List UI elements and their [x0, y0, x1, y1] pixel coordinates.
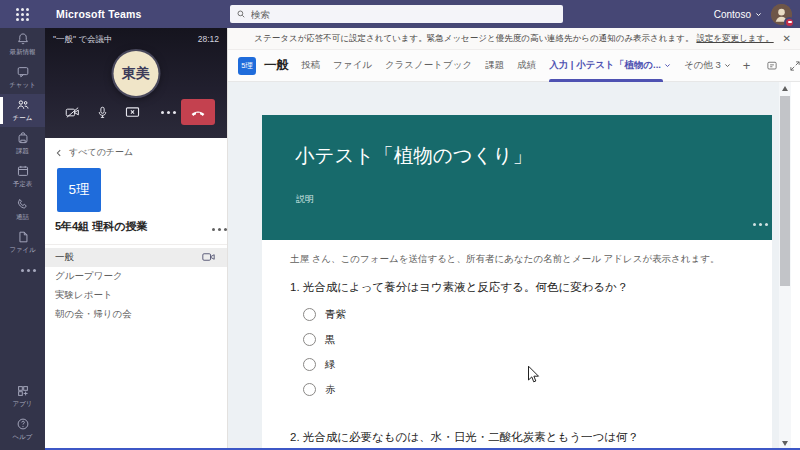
radio-option[interactable]: 黒 — [303, 327, 346, 352]
add-tab-button[interactable]: + — [743, 58, 751, 73]
radio-option[interactable]: 緑 — [303, 352, 346, 377]
chevron-down-icon — [664, 62, 671, 69]
search-icon — [236, 9, 246, 19]
channel-item-morning-meeting[interactable]: 朝の会・帰りの会 — [45, 305, 227, 324]
change-settings-link[interactable]: 設定を変更します。 — [696, 33, 773, 45]
channel-label: 朝の会・帰りの会 — [55, 308, 132, 321]
app-title: Microsoft Teams — [56, 8, 142, 20]
screenshare-button[interactable] — [117, 99, 147, 125]
camera-toggle-button[interactable] — [57, 99, 87, 125]
sidebar-item-files[interactable]: ファイル — [0, 226, 45, 259]
rail-label: ヘルプ — [13, 433, 33, 442]
option-label: 緑 — [325, 358, 336, 372]
camera-off-icon — [65, 106, 80, 119]
mic-toggle-button[interactable] — [87, 99, 117, 125]
more-icon — [161, 111, 164, 114]
sidebar-item-teams[interactable]: チーム — [0, 94, 45, 127]
assignments-icon — [16, 131, 30, 145]
tenant-switcher[interactable]: Contoso — [714, 9, 762, 20]
radio-icon[interactable] — [303, 333, 316, 346]
header-icons — [766, 60, 800, 72]
teams-icon — [16, 98, 30, 112]
open-conversation-icon — [766, 60, 778, 72]
channel-item-groupwork[interactable]: グループワーク — [45, 267, 227, 286]
mic-icon — [95, 106, 110, 119]
sidebar-item-activity[interactable]: 最新情報 — [0, 28, 45, 61]
tab-class-notebook[interactable]: クラスノートブック — [385, 59, 472, 72]
search-box[interactable] — [230, 5, 563, 23]
app-rail: 最新情報 チャット チーム 課題 予定表 通話 ファイル — [0, 28, 45, 450]
call-meeting-label: "一般" で会議中 — [53, 34, 113, 46]
form-card-more-button[interactable] — [753, 212, 756, 230]
dnd-status-badge — [784, 17, 795, 28]
tab-grades[interactable]: 成績 — [517, 59, 536, 72]
question-1-text: 1. 光合成によって養分はヨウ素液と反応する。何色に変わるか？ — [290, 280, 629, 295]
bell-icon — [16, 32, 30, 46]
call-participant-avatar: 東美 — [114, 51, 159, 96]
sidebar-item-calendar[interactable]: 予定表 — [0, 160, 45, 193]
chevron-down-icon — [724, 62, 731, 69]
sidebar-item-help[interactable]: ヘルプ — [0, 413, 45, 446]
rail-label: チャット — [9, 81, 36, 90]
channel-team-badge[interactable]: 5理 — [238, 57, 256, 75]
channel-label: 実験レポート — [55, 289, 113, 302]
radio-icon[interactable] — [303, 383, 316, 396]
scrollbar-thumb[interactable] — [780, 96, 790, 286]
radio-icon[interactable] — [303, 308, 316, 321]
radio-option[interactable]: 赤 — [303, 377, 346, 402]
sidebar-item-assignments[interactable]: 課題 — [0, 127, 45, 160]
team-avatar[interactable]: 5理 — [57, 168, 101, 212]
scroll-up-arrow[interactable] — [782, 86, 788, 91]
option-label: 黒 — [325, 333, 336, 347]
rail-more-apps-button[interactable] — [0, 259, 45, 281]
rail-label: 最新情報 — [10, 48, 36, 57]
waffle-icon — [16, 8, 29, 21]
sidebar-item-apps[interactable]: アプリ — [0, 380, 45, 413]
channel-item-general[interactable]: 一般 — [45, 248, 227, 267]
more-icon — [212, 228, 215, 231]
sidebar-item-calls[interactable]: 通話 — [0, 193, 45, 226]
files-icon — [16, 230, 30, 244]
more-tabs-label: その他 3 — [684, 59, 721, 72]
banner-close-button[interactable]: ✕ — [783, 28, 791, 49]
user-avatar[interactable] — [771, 4, 792, 25]
tab-more-menu[interactable]: その他 3 — [684, 59, 731, 72]
more-icon — [21, 269, 24, 272]
form-intro-text: 土屋 さん、このフォームを送信すると、所有者にあなたの名前とメール アドレスが表… — [290, 253, 720, 266]
option-label: 赤 — [325, 383, 336, 397]
ongoing-call-panel[interactable]: "一般" で会議中 28:12 東美 — [45, 28, 227, 138]
tab-files[interactable]: ファイル — [333, 59, 372, 72]
search-input[interactable] — [251, 9, 557, 20]
expand-tab-button[interactable] — [789, 60, 800, 72]
forms-tab-content: 小テスト「植物のつくり」 説明 土屋 さん、このフォームを送信すると、所有者にあ… — [228, 82, 800, 450]
active-tab-label: 入力 | 小テスト「植物の... — [549, 59, 661, 72]
team-more-options-button[interactable] — [212, 217, 215, 235]
teams-window: Microsoft Teams Contoso 最新情報 チャット — [0, 0, 800, 450]
open-conversation-button[interactable] — [766, 60, 778, 72]
rail-label: 予定表 — [13, 180, 33, 189]
hangup-button[interactable] — [181, 99, 215, 125]
radio-icon[interactable] — [303, 358, 316, 371]
question-2-text: 2. 光合成に必要なものは、水・日光・二酸化炭素ともう一つは何？ — [290, 430, 639, 445]
call-more-button[interactable] — [147, 99, 177, 125]
radio-option[interactable]: 青紫 — [303, 302, 346, 327]
content-right-gutter — [791, 82, 800, 450]
tab-posts[interactable]: 投稿 — [301, 59, 320, 72]
calendar-icon — [16, 164, 30, 178]
expand-tab-icon — [789, 60, 800, 72]
scrollbar[interactable] — [779, 82, 791, 450]
call-controls — [57, 99, 215, 125]
scroll-down-arrow[interactable] — [782, 441, 788, 446]
sidebar-item-chat[interactable]: チャット — [0, 61, 45, 94]
all-teams-back-link[interactable]: すべてのチーム — [55, 146, 133, 159]
form-body-card: 土屋 さん、このフォームを送信すると、所有者にあなたの名前とメール アドレスが表… — [262, 240, 772, 450]
app-launcher-button[interactable] — [0, 0, 45, 28]
all-teams-label: すべてのチーム — [69, 146, 133, 159]
tab-assignments[interactable]: 課題 — [485, 59, 504, 72]
channel-item-labreport[interactable]: 実験レポート — [45, 286, 227, 305]
chevron-left-icon — [55, 149, 63, 157]
channel-label: グループワーク — [55, 270, 123, 283]
channel-name: 一般 — [264, 57, 289, 74]
tab-quiz-active[interactable]: 入力 | 小テスト「植物の... — [549, 59, 671, 72]
main-area: ステータスが応答不可に設定されています。緊急メッセージと優先度の高い連絡先からの… — [228, 28, 800, 450]
